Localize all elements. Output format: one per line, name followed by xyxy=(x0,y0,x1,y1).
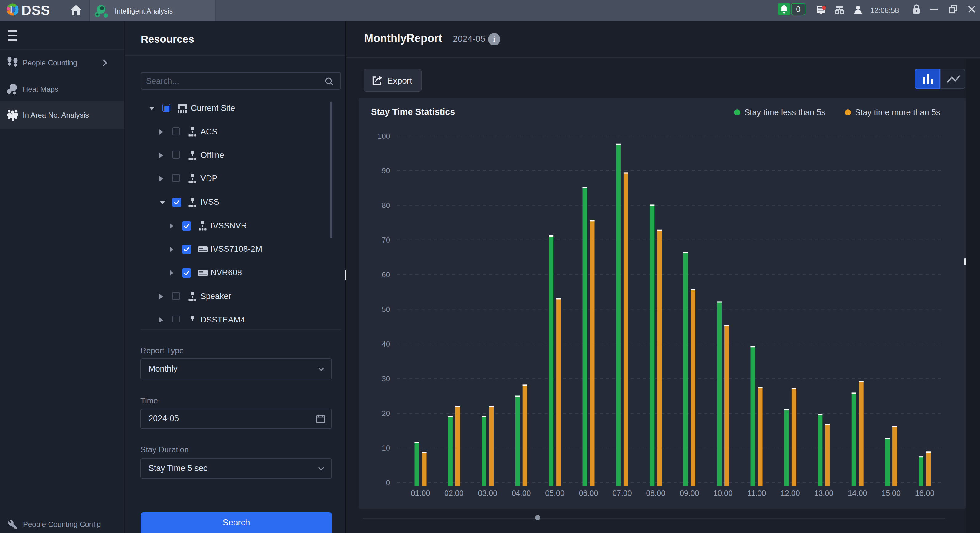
svg-text:Stay Time Statistics: Stay Time Statistics xyxy=(371,107,455,117)
svg-text:15:00: 15:00 xyxy=(881,489,901,497)
svg-text:80: 80 xyxy=(382,201,390,209)
svg-text:07:00: 07:00 xyxy=(612,489,632,497)
svg-text:06:00: 06:00 xyxy=(579,489,598,497)
svg-text:50: 50 xyxy=(382,305,390,314)
svg-text:03:00: 03:00 xyxy=(478,489,498,497)
svg-text:60: 60 xyxy=(382,270,390,279)
svg-text:10: 10 xyxy=(382,444,390,452)
svg-text:90: 90 xyxy=(382,167,390,175)
svg-text:30: 30 xyxy=(382,374,390,383)
svg-text:13:00: 13:00 xyxy=(815,489,834,497)
svg-text:Stay time less than 5s: Stay time less than 5s xyxy=(744,108,826,117)
svg-text:16:00: 16:00 xyxy=(915,489,934,497)
svg-text:02:00: 02:00 xyxy=(444,489,464,497)
svg-text:08:00: 08:00 xyxy=(646,489,666,497)
svg-text:0: 0 xyxy=(386,479,390,487)
svg-text:05:00: 05:00 xyxy=(545,489,565,497)
svg-text:10:00: 10:00 xyxy=(713,489,733,497)
svg-text:20: 20 xyxy=(382,409,390,417)
svg-text:01:00: 01:00 xyxy=(411,489,430,497)
svg-text:09:00: 09:00 xyxy=(680,489,699,497)
svg-text:12:00: 12:00 xyxy=(781,489,800,497)
svg-text:40: 40 xyxy=(382,340,390,348)
svg-text:14:00: 14:00 xyxy=(848,489,867,497)
svg-text:100: 100 xyxy=(378,132,390,140)
svg-text:70: 70 xyxy=(382,236,390,244)
svg-text:11:00: 11:00 xyxy=(748,489,766,497)
svg-text:Stay time more than 5s: Stay time more than 5s xyxy=(855,108,940,117)
svg-text:04:00: 04:00 xyxy=(512,489,531,497)
